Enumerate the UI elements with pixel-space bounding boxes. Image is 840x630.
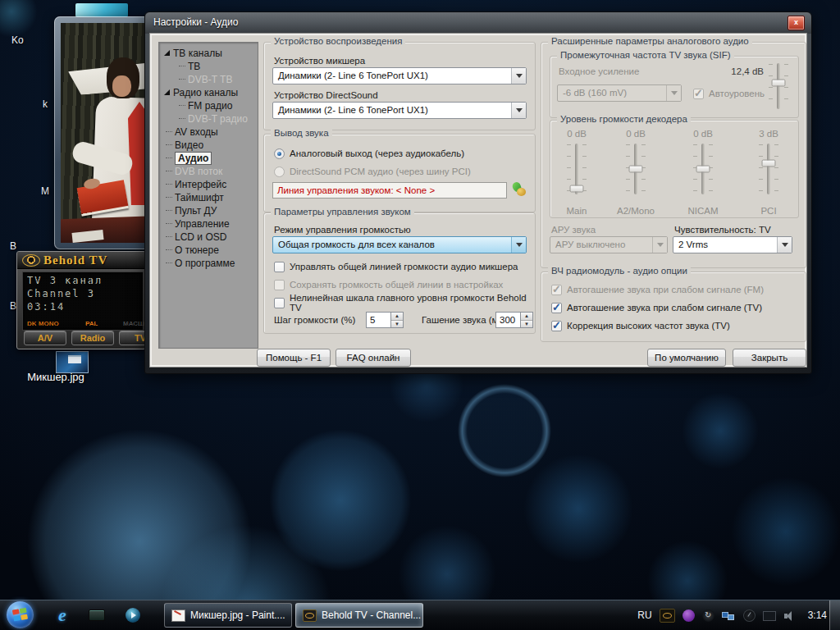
language-indicator[interactable]: RU bbox=[637, 609, 651, 621]
help-button[interactable]: Помощь - F1 bbox=[257, 349, 331, 367]
tray-display-icon[interactable] bbox=[763, 611, 776, 621]
lcd-clock: 03:14 bbox=[27, 301, 65, 313]
folder-icon[interactable] bbox=[87, 605, 107, 625]
decoder-slider-a2mono[interactable] bbox=[634, 144, 637, 194]
slider-thumb[interactable] bbox=[762, 159, 776, 167]
sidebar-item-about-program[interactable]: О программе bbox=[159, 257, 258, 270]
sidebar-item-interface[interactable]: Интерфейс bbox=[159, 178, 258, 191]
teal-thumbnail-icon[interactable] bbox=[75, 3, 128, 17]
line-picker-icon[interactable] bbox=[512, 182, 527, 197]
hf-correction-checkbox-row[interactable]: Коррекция высоких частот звука (TV) bbox=[551, 320, 730, 331]
taskbar-task-behold[interactable]: Behold TV - Channel... bbox=[295, 603, 423, 628]
tray-volume-icon[interactable] bbox=[783, 609, 797, 622]
sidebar-item-video[interactable]: Видео bbox=[159, 139, 258, 152]
tree-expand-icon[interactable] bbox=[164, 50, 170, 56]
sidebar-item-remote[interactable]: Пульт ДУ bbox=[159, 204, 258, 217]
tray-gauge-icon[interactable] bbox=[743, 609, 756, 622]
mixer-device-combo[interactable]: Динамики (2- Line 6 TonePort UX1) bbox=[272, 67, 527, 84]
automute-tv-checkbox-row[interactable]: Автогашение звука при слабом сигнале (TV… bbox=[551, 302, 762, 313]
tray-torrent-icon[interactable] bbox=[682, 609, 695, 622]
close-icon[interactable]: x bbox=[788, 16, 805, 30]
spin-up-icon[interactable]: ▲ bbox=[521, 313, 532, 321]
advanced-analog-audio-group: Расширенные параметры аналогового аудио … bbox=[541, 42, 806, 268]
desktop-icon-label[interactable]: М bbox=[41, 185, 49, 197]
close-button[interactable]: Закрыть bbox=[733, 349, 806, 367]
sensitivity-combo[interactable]: 2 Vrms bbox=[673, 236, 792, 253]
sidebar-item-dvbt-tv[interactable]: DVB-T ТВ bbox=[159, 73, 258, 86]
tree-connector bbox=[166, 158, 172, 159]
behold-av-button[interactable]: A/V bbox=[24, 331, 66, 345]
slider-thumb[interactable] bbox=[696, 166, 710, 173]
sidebar-item-tv[interactable]: ТВ bbox=[159, 60, 258, 73]
radio-on-icon[interactable] bbox=[274, 148, 285, 159]
slider-thumb[interactable] bbox=[772, 79, 786, 86]
desktop-icon-label[interactable]: Ko bbox=[11, 34, 24, 46]
desktop-icon-label[interactable]: k bbox=[43, 98, 48, 110]
behold-radio-button[interactable]: Radio bbox=[71, 331, 114, 345]
group-title: Параметры управления звуком bbox=[271, 207, 414, 217]
volume-control-group: Параметры управления звуком Режим управл… bbox=[263, 212, 536, 334]
tray-behold-tv-icon[interactable] bbox=[660, 609, 675, 623]
defaults-button[interactable]: По умолчанию bbox=[647, 349, 726, 367]
desktop-icon-label[interactable]: B bbox=[10, 300, 16, 312]
nonlinear-scale-checkbox-row[interactable]: Нелинейная шкала главного уровня громкос… bbox=[274, 297, 535, 308]
sidebar-item-av-inputs[interactable]: AV входы bbox=[159, 126, 258, 139]
tree-expand-icon[interactable] bbox=[164, 89, 170, 95]
sidebar-item-dvb-stream[interactable]: DVB поток bbox=[159, 165, 258, 178]
behold-title-bar[interactable]: Behold TV bbox=[17, 252, 145, 269]
tray-network-icon[interactable] bbox=[722, 609, 736, 622]
sidebar-item-timeshift[interactable]: Таймшифт bbox=[159, 191, 258, 204]
checkbox-checked-icon[interactable] bbox=[551, 303, 562, 313]
sidebar-item-control[interactable]: Управление bbox=[159, 217, 258, 231]
checkbox-unchecked-icon[interactable] bbox=[274, 298, 285, 308]
chevron-down-icon[interactable] bbox=[511, 103, 526, 118]
internet-explorer-icon[interactable]: e bbox=[52, 605, 72, 625]
sidebar-item-lcd-osd[interactable]: LCD и OSD bbox=[159, 231, 258, 244]
taskbar-task-paint[interactable]: Микшер.jpg - Paint.... bbox=[164, 603, 292, 628]
spin-down-icon[interactable]: ▼ bbox=[391, 321, 403, 328]
mixer-jpg-label[interactable]: Микшер.jpg bbox=[5, 371, 107, 383]
taskbar: e Микшер.jpg - Paint.... Behold TV - Cha… bbox=[0, 600, 840, 630]
sidebar-item-tv-channels[interactable]: ТВ каналы bbox=[159, 47, 258, 60]
behold-tv-button[interactable]: TV bbox=[119, 331, 146, 345]
tray-sync-icon[interactable]: ↻ bbox=[702, 609, 714, 622]
analog-output-radio[interactable]: Аналоговый выход (через аудиокабель) bbox=[274, 148, 464, 159]
checkbox-disabled-checked-icon bbox=[551, 285, 562, 295]
behold-tv-window[interactable]: Behold TV TV 3 канал Channel 3 03:14 DK … bbox=[16, 251, 146, 349]
checkbox-unchecked-icon[interactable] bbox=[274, 262, 285, 272]
mixer-line-checkbox-row[interactable]: Управлять общей линией громкости аудио м… bbox=[274, 261, 518, 272]
mixer-jpg-icon[interactable] bbox=[56, 351, 89, 373]
sidebar-item-audio[interactable]: Аудио bbox=[159, 152, 258, 165]
sidebar-item-radio-channels[interactable]: Радио каналы bbox=[159, 86, 258, 99]
chevron-down-icon[interactable] bbox=[511, 68, 526, 84]
chevron-down-icon[interactable] bbox=[511, 237, 526, 253]
mute-time-spinner[interactable]: 300 ▲▼ bbox=[495, 312, 533, 328]
chevron-down-icon[interactable] bbox=[777, 237, 792, 253]
tree-connector bbox=[179, 118, 185, 120]
decoder-slider-main[interactable] bbox=[575, 144, 578, 194]
media-player-icon[interactable] bbox=[123, 605, 143, 625]
dialog-title-bar[interactable]: Настройки - Аудио x bbox=[145, 12, 811, 34]
group-title: Вывод звука bbox=[271, 128, 332, 138]
spin-down-icon[interactable]: ▼ bbox=[521, 321, 532, 328]
slider-thumb[interactable] bbox=[570, 185, 584, 192]
group-title: Расширенные параметры аналогового аудио bbox=[548, 36, 752, 46]
directsound-pcm-radio[interactable]: DirectSound PCM аудио (через шину PCI) bbox=[274, 166, 471, 177]
sidebar-item-about-tuner[interactable]: О тюнере bbox=[159, 244, 258, 257]
radio-off-icon bbox=[274, 167, 285, 177]
start-button[interactable] bbox=[7, 601, 34, 628]
sidebar-item-fm-radio[interactable]: FM радио bbox=[159, 99, 258, 112]
sif-gain-slider[interactable] bbox=[777, 63, 780, 109]
decoder-slider-pci[interactable] bbox=[767, 144, 770, 194]
show-desktop-button[interactable] bbox=[829, 600, 840, 630]
spin-up-icon[interactable]: ▲ bbox=[391, 313, 403, 321]
desktop-icon-label[interactable]: B bbox=[10, 240, 16, 252]
checkbox-checked-icon[interactable] bbox=[551, 321, 562, 331]
faq-online-button[interactable]: FAQ онлайн bbox=[336, 349, 411, 367]
volume-step-spinner[interactable]: 5 ▲▼ bbox=[366, 312, 404, 328]
sidebar-item-dvbt-radio[interactable]: DVB-T радио bbox=[159, 112, 258, 126]
decoder-slider-nicam[interactable] bbox=[701, 144, 705, 194]
slider-thumb[interactable] bbox=[629, 166, 643, 173]
directsound-device-combo[interactable]: Динамики (2- Line 6 TonePort UX1) bbox=[272, 102, 527, 119]
volume-mode-combo[interactable]: Общая громкость для всех каналов bbox=[272, 236, 527, 253]
